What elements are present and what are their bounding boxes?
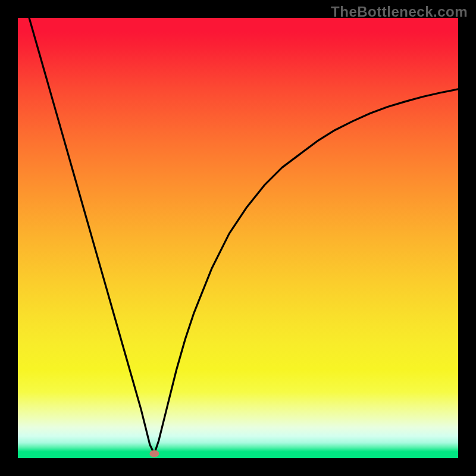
minimum-marker [149,450,159,458]
bottleneck-curve [18,18,458,454]
plot-area [18,18,458,458]
curve-layer [18,18,458,458]
chart-frame: TheBottleneck.com [0,0,476,476]
